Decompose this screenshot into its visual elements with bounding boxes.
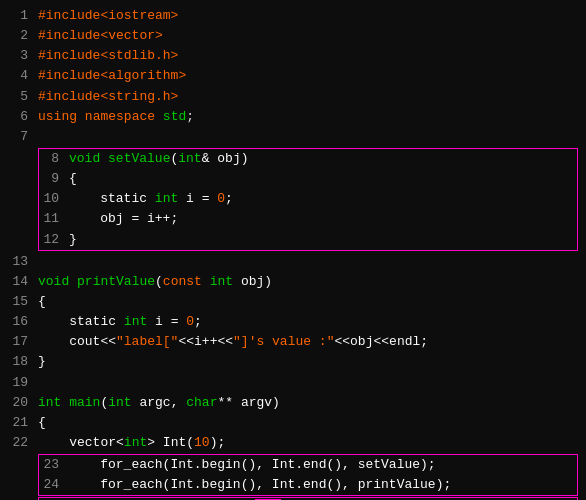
line-12: 12 } [39,230,573,250]
line-23: 23 for_each(Int.begin(), Int.end(), setV… [39,455,573,475]
line-16: 16 static int i = 0; [8,312,578,332]
line-24: 24 for_each(Int.begin(), Int.end(), prin… [39,475,573,495]
line-10: 10 static int i = 0; [39,189,573,209]
line-11: 11 obj = i++; [39,209,573,229]
line-13: 13 [8,252,578,272]
setValue-block: 8 void setValue(int& obj) 9 { 10 static … [38,148,578,251]
line-9: 9 { [39,169,573,189]
line-6: 6 using namespace std; [8,107,578,127]
line-14: 14 void printValue(const int obj) [8,272,578,292]
line-4: 4 #include<algorithm> [8,66,578,86]
line-21: 21 { [8,413,578,433]
line-17: 17 cout<<"label["<<i++<<"]'s value :"<<o… [8,332,578,352]
line-20: 20 int main(int argc, char** argv) [8,393,578,413]
line-1: 1 #include<iostream> [8,6,578,26]
line-18: 18 } [8,352,578,372]
line-19: 19 [8,373,578,393]
line-15: 15 { [8,292,578,312]
line-8: 8 void setValue(int& obj) [39,149,573,169]
code-editor: 1 #include<iostream> 2 #include<vector> … [0,0,586,500]
line-5: 5 #include<string.h> [8,87,578,107]
line-2: 2 #include<vector> [8,26,578,46]
line-3: 3 #include<stdlib.h> [8,46,578,66]
for-each-block: 23 for_each(Int.begin(), Int.end(), setV… [38,454,578,496]
line-7: 7 [8,127,578,147]
line-22: 22 vector<int> Int(10); [8,433,578,453]
